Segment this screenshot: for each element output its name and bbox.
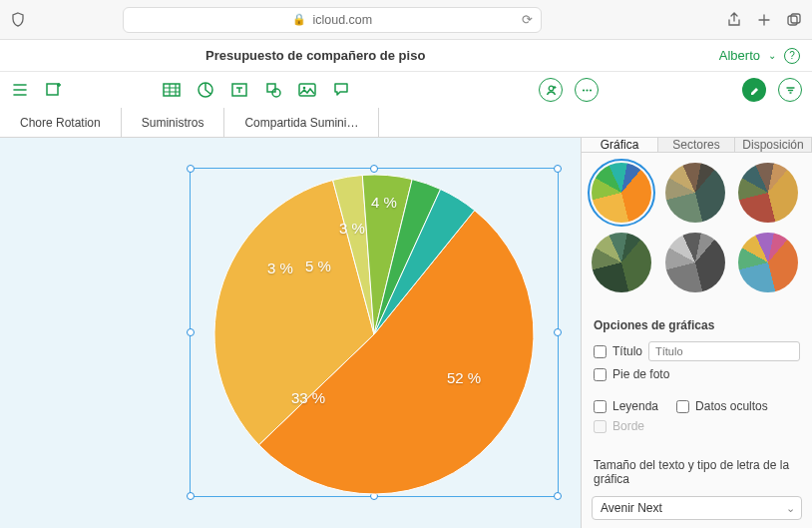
border-checkbox-label: Borde bbox=[612, 419, 644, 433]
hidden-data-label: Datos ocultos bbox=[695, 399, 768, 413]
inspector-panel: Gráfica Sectores Disposición Opciones de… bbox=[581, 138, 812, 528]
chart-style-thumb[interactable] bbox=[592, 163, 651, 223]
pie-slice-label: 4 % bbox=[371, 194, 397, 211]
app-toolbar bbox=[0, 72, 812, 108]
chart-style-thumb[interactable] bbox=[592, 233, 651, 292]
chart-options-heading: Opciones de gráficas bbox=[582, 308, 812, 338]
inspector-tabs: Gráfica Sectores Disposición bbox=[582, 138, 812, 153]
svg-rect-6 bbox=[267, 84, 275, 92]
insert-shape-icon[interactable] bbox=[263, 80, 283, 100]
lock-icon: 🔒 bbox=[292, 13, 306, 26]
canvas[interactable]: 52 %33 %3 %5 %3 %4 % bbox=[0, 138, 581, 528]
main-area: 52 %33 %3 %5 %3 %4 % Gráfica Sectores Di… bbox=[0, 138, 812, 528]
tab-chart[interactable]: Gráfica bbox=[582, 138, 658, 152]
chart-style-grid bbox=[582, 153, 812, 296]
document-title: Presupuesto de compañero de piso bbox=[205, 48, 425, 63]
font-family-value: Avenir Next bbox=[601, 501, 662, 515]
caption-checkbox[interactable] bbox=[594, 368, 607, 381]
insert-chart-icon[interactable] bbox=[196, 80, 215, 100]
chart-font-heading: Tamaño del texto y tipo de letra de la g… bbox=[582, 448, 812, 492]
resize-handle[interactable] bbox=[187, 165, 195, 173]
caption-checkbox-label: Pie de foto bbox=[612, 367, 669, 381]
chart-style-thumb[interactable] bbox=[738, 163, 798, 223]
insert-text-icon[interactable] bbox=[229, 80, 249, 100]
document-bar: Presupuesto de compañero de piso Alberto… bbox=[0, 40, 812, 72]
address-bar[interactable]: 🔒 icloud.com ⟳ bbox=[123, 7, 542, 33]
resize-handle[interactable] bbox=[554, 328, 562, 336]
share-icon[interactable] bbox=[726, 12, 742, 28]
chevron-down-icon[interactable]: ⌄ bbox=[768, 50, 776, 61]
svg-point-7 bbox=[272, 89, 280, 97]
new-tab-icon[interactable] bbox=[756, 12, 772, 28]
title-checkbox[interactable] bbox=[594, 345, 607, 358]
privacy-shield-icon[interactable] bbox=[10, 12, 26, 28]
help-icon[interactable]: ? bbox=[784, 48, 800, 64]
address-domain: icloud.com bbox=[312, 13, 372, 27]
pie-slice-label: 5 % bbox=[305, 258, 331, 274]
collaborate-icon[interactable] bbox=[539, 78, 563, 102]
tabs-icon[interactable] bbox=[786, 12, 802, 28]
svg-rect-2 bbox=[47, 84, 58, 95]
svg-point-13 bbox=[589, 89, 591, 91]
resize-handle[interactable] bbox=[554, 492, 562, 500]
chart-style-thumb[interactable] bbox=[665, 163, 725, 223]
title-checkbox-label: Título bbox=[612, 344, 642, 358]
svg-point-9 bbox=[303, 87, 306, 90]
sheet-tab[interactable]: Suministros bbox=[122, 108, 225, 137]
pie-slice-label: 3 % bbox=[339, 220, 365, 237]
chart-style-thumb[interactable] bbox=[738, 233, 798, 292]
legend-checkbox[interactable] bbox=[594, 400, 607, 413]
sheet-tabs: Chore RotationSuministrosCompartida Sumi… bbox=[0, 108, 812, 138]
tab-arrange[interactable]: Disposición bbox=[735, 138, 812, 152]
chart-title-input[interactable] bbox=[648, 341, 800, 361]
border-checkbox bbox=[594, 420, 607, 433]
resize-handle[interactable] bbox=[187, 492, 195, 500]
pie-chart[interactable]: 52 %33 %3 %5 %3 %4 % bbox=[209, 170, 539, 499]
chart-style-thumb[interactable] bbox=[665, 233, 725, 292]
pie-slice-label: 33 % bbox=[291, 389, 325, 406]
svg-point-12 bbox=[586, 89, 588, 91]
user-name[interactable]: Alberto bbox=[719, 48, 760, 63]
pie-slice-label: 52 % bbox=[447, 369, 481, 386]
resize-handle[interactable] bbox=[554, 165, 562, 173]
add-sheet-icon[interactable] bbox=[44, 80, 64, 100]
font-family-select[interactable]: Avenir Next ⌄ bbox=[592, 496, 802, 520]
tab-wedges[interactable]: Sectores bbox=[658, 138, 735, 152]
insert-table-icon[interactable] bbox=[162, 80, 182, 100]
more-icon[interactable] bbox=[575, 78, 599, 102]
svg-point-11 bbox=[582, 89, 584, 91]
pie-slice-label: 3 % bbox=[267, 260, 293, 276]
format-brush-icon[interactable] bbox=[742, 78, 766, 102]
hidden-data-checkbox[interactable] bbox=[676, 400, 689, 413]
svg-rect-8 bbox=[299, 84, 315, 96]
filter-icon[interactable] bbox=[778, 78, 802, 102]
sheet-tab[interactable]: Compartida Sumini… bbox=[224, 108, 379, 137]
browser-toolbar: 🔒 icloud.com ⟳ bbox=[0, 0, 812, 40]
insert-comment-icon[interactable] bbox=[331, 80, 351, 100]
view-list-icon[interactable] bbox=[10, 80, 30, 100]
resize-handle[interactable] bbox=[187, 328, 195, 336]
svg-rect-3 bbox=[164, 84, 180, 96]
legend-label: Leyenda bbox=[612, 399, 658, 413]
reload-icon[interactable]: ⟳ bbox=[522, 12, 533, 27]
insert-media-icon[interactable] bbox=[297, 80, 317, 100]
chevron-updown-icon: ⌄ bbox=[786, 502, 795, 515]
sheet-tab[interactable]: Chore Rotation bbox=[0, 108, 122, 137]
svg-point-10 bbox=[549, 86, 554, 91]
